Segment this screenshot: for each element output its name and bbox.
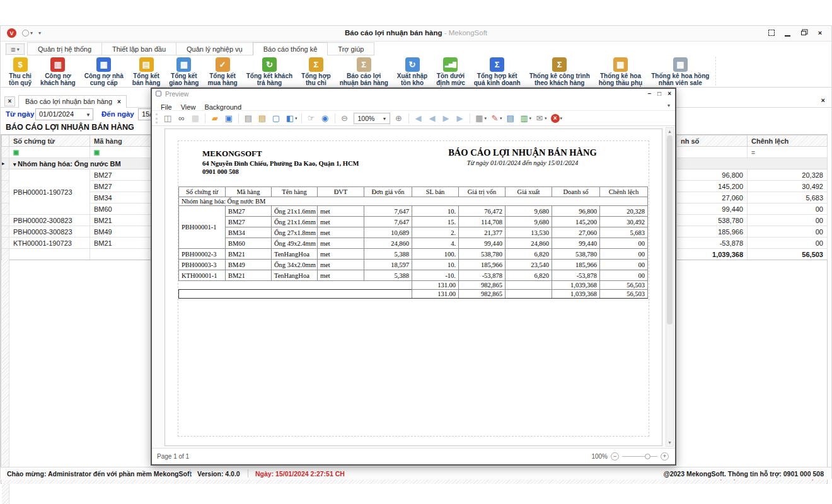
document-tab[interactable]: Báo cáo lợi nhuận bán hàng× [18,95,127,108]
ribbon-tab[interactable]: Quản lý nghiệp vụ [176,42,253,55]
diff-cell[interactable]: 00 [748,226,828,238]
scroll-up-icon[interactable]: ▲ [666,129,673,134]
open-icon[interactable]: ▰ [208,113,222,124]
grid-row[interactable]: KTH00001-190723BM21 [2,238,151,249]
revenue-cell[interactable]: 27,060 [677,192,748,203]
minimize-icon[interactable] [783,29,791,37]
revenue-cell[interactable]: 538,780 [677,215,748,226]
inventory-tool[interactable]: ↻Xuất nhậptồn kho [393,57,432,87]
menu-item-file[interactable]: File [161,103,172,111]
quick-print-icon[interactable]: ▤ [241,113,255,124]
grid-row[interactable]: PBH00003-300823BM49 [2,226,151,238]
diff-cell[interactable]: 00 [748,238,828,249]
ribbon-tab[interactable]: Báo cáo thống kê [253,42,328,55]
find-icon[interactable]: ∞ [175,113,188,124]
zoom-combo[interactable]: 100%▼ [354,113,390,124]
zoom-in-icon[interactable]: ⊕ [392,113,406,124]
restore-icon[interactable] [800,29,807,37]
delivery-summary-tool[interactable]: ▦Tổng kếtgiao hàng [165,57,203,87]
item-cell[interactable]: BM49 [90,226,151,238]
doc-cell[interactable]: KTH00001-190723 [9,238,90,249]
preview-maximize-icon[interactable]: □ [657,90,661,97]
toolbar-overflow-icon[interactable]: ▾ [560,116,563,121]
diff-cell[interactable]: 00 [748,215,828,226]
zoom-slider-thumb[interactable] [645,454,650,459]
first-page-icon[interactable]: ◀ [412,113,425,124]
tabstrip-close-right-icon[interactable]: × [821,96,825,104]
grid-row[interactable]: 185,96600 [677,226,828,238]
supplier-debt-tool[interactable]: ▦Công nợ nhàcung cấp [80,57,128,87]
customer-debt-tool[interactable]: ▥Công nợkhách hàng [36,57,80,87]
returns-summary-tool[interactable]: ↻Tổng kết kháchtrả hàng [242,57,297,87]
purchase-summary-tool[interactable]: ✓Tổng kếtmua hàng [203,57,241,87]
zoom-slider[interactable] [622,456,657,457]
grid-row[interactable]: 145,20030,492 [677,181,828,192]
diff-cell[interactable]: 20,328 [748,169,828,181]
revenue-cell[interactable]: 96,800 [677,169,748,181]
diff-cell[interactable]: 5,683 [748,192,828,203]
column-header[interactable]: Mã hàng [90,135,151,147]
column-header[interactable]: Số chứng từ [9,135,90,147]
business-result-tool[interactable]: ΣTổng hợp kếtquả kinh doanh [470,57,525,87]
item-cell[interactable]: BM21 [90,215,151,226]
filter-cell[interactable] [9,147,90,158]
preview-minimize-icon[interactable]: – [648,90,652,97]
income-expense-tool[interactable]: ΣTổng hợpthu chi [297,57,335,87]
grid-row[interactable]: PBH00002-300823BM21 [2,215,151,226]
revenue-cell[interactable]: 145,200 [677,181,748,192]
scroll-down-icon[interactable]: ▼ [666,440,673,445]
zoom-out-icon[interactable]: ⊖ [338,113,352,124]
grid-row[interactable]: 27,0605,683 [677,192,828,203]
revenue-cell[interactable]: -53,878 [677,238,748,249]
equals-filter-icon[interactable]: = [751,149,755,156]
export-document-icon[interactable]: ▤ [504,113,517,124]
save-icon[interactable]: ▣ [222,113,236,124]
filter-icon[interactable] [94,150,100,156]
grid-row[interactable]: -53,87800 [677,238,828,249]
preview-vertical-scrollbar[interactable]: ▲ ▼ [666,127,674,447]
revenue-cell[interactable]: 99,440 [677,203,748,215]
preview-close-icon[interactable]: × [667,90,671,97]
collapse-icon[interactable]: ▾ [13,161,18,168]
sales-summary-tool[interactable]: ▤Tổng kếtbán hàng [128,57,165,87]
zoom-in-button[interactable]: + [661,452,669,461]
group-label[interactable]: ▾ Nhóm hàng hóa: Ống nước BM [9,158,151,169]
profit-report-tool[interactable]: ΣBáo cáo lợinhuận bán hàng [335,57,393,87]
column-header[interactable]: nh số [677,135,748,147]
item-cell[interactable]: BM34 [90,192,151,203]
close-icon[interactable]: × [816,29,824,37]
doc-cell[interactable]: PBH00003-300823 [9,226,90,238]
revenue-cell[interactable]: 185,966 [677,226,748,238]
doc-cell[interactable]: PBH00002-300823 [9,215,90,226]
menu-item-view[interactable]: View [181,103,196,111]
grid-row[interactable]: 538,78000 [677,215,828,226]
prev-page-icon[interactable]: ◀ [425,113,439,124]
ribbon-tab[interactable]: Trợ giúp [327,42,374,55]
ribbon-tab[interactable]: Quản trị hệ thống [27,42,102,55]
project-stats-tool[interactable]: ΣThống kê công trìnhtheo khách hàng [525,57,594,87]
zoom-out-button[interactable]: − [611,452,619,461]
menubar-overflow-icon[interactable]: ▾ [667,103,670,108]
page-setup-icon[interactable]: ▢ [269,113,283,124]
item-cell[interactable]: BM60 [90,203,151,215]
customize-icon[interactable]: ◫ [161,113,175,124]
tab-close-icon[interactable]: × [117,98,121,105]
last-page-icon[interactable]: ▶ [453,113,467,124]
thumbnails-icon[interactable]: ▦ [188,113,202,124]
grid-row[interactable]: 96,80020,328 [677,169,828,181]
ribbon-menu-button[interactable]: ▥▾ [6,43,25,55]
preview-titlebar[interactable]: Preview – □ × [152,89,675,100]
grid-row[interactable]: 99,44000 [677,203,828,215]
ribbon-tab[interactable]: Thiết lập ban đầu [101,42,176,55]
hand-tool-icon[interactable]: ☞ [304,113,318,124]
column-header[interactable]: Chênh lệch [748,135,828,147]
doc-cell[interactable]: PBH00001-190723 [9,169,90,215]
from-date-combo[interactable]: 01/01/2024▼ [35,108,93,120]
tabstrip-close-button[interactable]: × [4,96,15,106]
filter-cell[interactable] [90,147,151,158]
subcontractor-commission-tool[interactable]: ▦Thống kê hoahồng thầu phụ [594,57,647,87]
item-cell[interactable]: BM21 [90,238,151,249]
magnifier-icon[interactable]: ◉ [318,113,332,124]
sales-commission-tool[interactable]: ▦Thống kê hoa hồngnhân viên sale [647,57,714,87]
menu-item-background[interactable]: Background [204,103,241,111]
